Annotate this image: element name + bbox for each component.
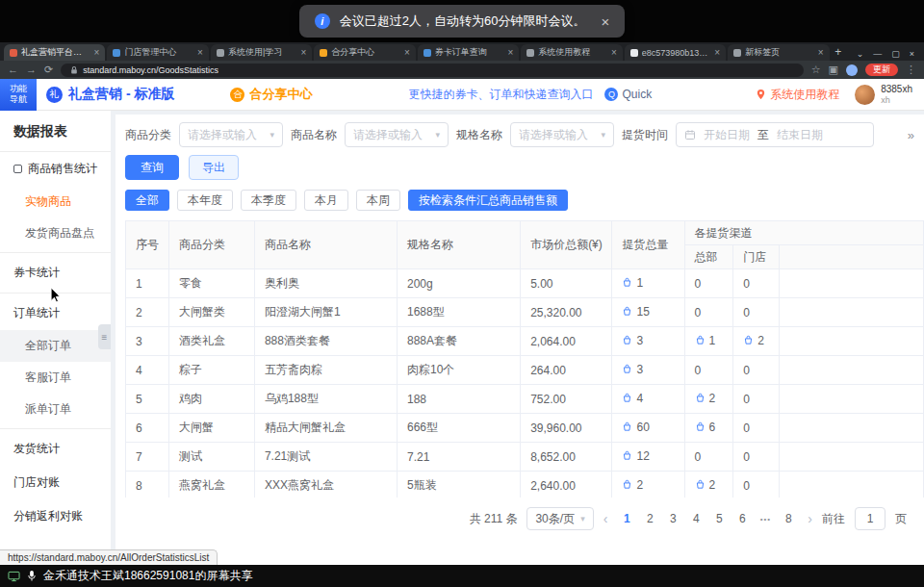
pagination-total: 共 211 条 — [470, 511, 518, 527]
tutorial-link[interactable]: 系统使用教程 — [756, 87, 839, 103]
sidebar-item-shipping-stats[interactable]: 发货统计 — [0, 432, 111, 466]
maximize-icon[interactable]: ▢ — [891, 49, 900, 59]
back-icon[interactable]: ← — [8, 64, 18, 75]
browser-tab[interactable]: 新标签页× — [728, 44, 829, 61]
sidebar-item-card-stats[interactable]: 券卡统计 — [0, 256, 111, 290]
filter-select-goods-name[interactable]: 请选择或输入▾ — [345, 122, 449, 147]
browser-tab[interactable]: 门店管理中心× — [107, 44, 208, 61]
date-separator: 至 — [757, 127, 769, 143]
export-button[interactable]: 导出 — [189, 155, 239, 180]
new-tab-button[interactable]: + — [830, 44, 847, 61]
browser-tab[interactable]: 券卡订单查询× — [418, 44, 519, 61]
cell-qty: 1 — [612, 269, 684, 298]
share-center-link[interactable]: 合 合分享中心 — [230, 86, 312, 103]
browser-tab[interactable]: 系统使用|学习× — [211, 44, 312, 61]
page-size-select[interactable]: 30条/页 ▾ — [526, 507, 593, 530]
page-number[interactable]: 3 — [663, 508, 682, 529]
sidebar-item-order-stats[interactable]: 订单统计 — [0, 296, 111, 330]
sidebar-item-service-orders[interactable]: 客服订单 — [0, 362, 111, 394]
sidebar-item-all-orders[interactable]: 全部订单 — [0, 330, 111, 362]
range-tab[interactable]: 本年度 — [177, 190, 233, 211]
tab-close-icon[interactable]: × — [507, 48, 513, 58]
sidebar-item-dispatch-orders[interactable]: 派单订单 — [0, 394, 111, 425]
page-number[interactable]: 5 — [709, 508, 729, 529]
tab-close-icon[interactable]: × — [818, 48, 824, 58]
browser-tab[interactable]: 系统使用教程× — [521, 44, 622, 61]
filter-select-spec-name[interactable]: 请选择或输入▾ — [510, 122, 614, 147]
table-row: 7测试7.21测试7.218,652.001200 — [126, 443, 924, 472]
column-header: 提货总量 — [612, 221, 684, 269]
close-window-icon[interactable]: × — [910, 49, 914, 59]
url-bar[interactable]: standard.maboy.cn/GoodsStatistics — [61, 64, 804, 77]
update-button[interactable]: 更新 — [865, 64, 898, 76]
range-tab[interactable]: 全部 — [125, 190, 169, 211]
minimize-icon[interactable]: — — [873, 49, 882, 59]
cell-no: 6 — [126, 414, 169, 443]
profile-avatar[interactable] — [846, 64, 858, 76]
next-page-icon[interactable]: › — [808, 511, 812, 526]
sidebar-item-shipment-goods-inventory[interactable]: 发货商品盘点 — [0, 217, 111, 249]
tab-title: 礼盒营销平台管理中心 — [21, 46, 90, 59]
sidebar-item-store-reconciliation[interactable]: 门店对账 — [0, 466, 111, 499]
search-button[interactable]: 查询 — [125, 155, 179, 180]
sidebar-item-distribution-rebate[interactable]: 分销返利对账 — [0, 499, 111, 533]
sidebar-menu: 商品销售统计实物商品发货商品盘点券卡统计订单统计全部订单客服订单派单订单发货统计… — [0, 152, 111, 533]
extensions-icon[interactable]: ▣ — [829, 64, 838, 75]
forward-icon[interactable]: → — [26, 64, 37, 75]
cell-qty: 15 — [612, 298, 684, 327]
tab-close-icon[interactable]: × — [404, 48, 410, 58]
screen-share-bar: 金禾通技术王斌18662591081的屏幕共享 — [0, 565, 924, 587]
goto-page-input[interactable]: 1 — [855, 507, 886, 530]
filter-select-goods-category[interactable]: 请选择或输入▾ — [179, 122, 283, 147]
content-panel: 商品分类请选择或输入▾商品名称请选择或输入▾规格名称请选择或输入▾提货时间开始日… — [116, 115, 924, 565]
pickup-count: 2 — [709, 478, 716, 492]
sidebar-item-goods-sales-stats[interactable]: 商品销售统计 — [0, 152, 111, 186]
quick-label: Quick — [622, 88, 652, 101]
tab-close-icon[interactable]: × — [714, 48, 720, 58]
function-nav-button[interactable]: 功能 导航 — [0, 79, 37, 111]
browser-tab[interactable]: e8c573980b1328a258fd2e6f× — [625, 44, 726, 61]
cell-no: 3 — [126, 327, 169, 356]
refresh-icon[interactable]: ⟳ — [44, 64, 53, 75]
range-tab[interactable]: 本季度 — [241, 190, 296, 211]
promo-link[interactable]: 更快捷的券卡、订单和快递查询入口 — [408, 87, 593, 103]
tab-menu-icon[interactable]: ⌄ — [857, 49, 864, 59]
page-number[interactable]: 2 — [640, 508, 659, 529]
cell-category: 大闸蟹 — [169, 414, 255, 443]
quick-link[interactable]: Q Quick — [604, 88, 652, 101]
prev-page-icon[interactable]: ‹ — [603, 511, 608, 526]
browser-tab[interactable]: 合分享中心× — [314, 44, 415, 61]
range-tab[interactable]: 本月 — [304, 190, 348, 211]
page-number[interactable]: 4 — [686, 508, 706, 529]
browser-tab[interactable]: 礼盒营销平台管理中心× — [4, 44, 105, 61]
cell-no: 8 — [126, 472, 169, 498]
date-end-placeholder: 结束日期 — [777, 127, 823, 143]
page-number[interactable]: 6 — [732, 508, 752, 529]
sidebar-item-physical-goods[interactable]: 实物商品 — [0, 186, 111, 217]
sidebar-collapse-toggle[interactable]: ≡ — [98, 324, 111, 349]
sidebar-item-label: 商品销售统计 — [28, 161, 97, 177]
range-tab[interactable]: 本周 — [356, 190, 400, 211]
cell-extra — [779, 385, 923, 414]
sidebar-item-label: 派单订单 — [25, 402, 71, 416]
browser-tabs: 礼盒营销平台管理中心×门店管理中心×系统使用|学习×合分享中心×券卡订单查询×系… — [4, 44, 830, 61]
date-range-picker[interactable]: 开始日期至结束日期 — [676, 122, 874, 147]
tab-title: e8c573980b1328a258fd2e6f — [642, 48, 711, 58]
page-number[interactable]: 8 — [779, 508, 798, 529]
kebab-menu-icon[interactable]: ⋮ — [906, 64, 916, 75]
tab-close-icon[interactable]: × — [611, 48, 617, 58]
cell-qty: 12 — [612, 443, 684, 472]
cell-spec: 200g — [397, 269, 520, 298]
bookmark-star-icon[interactable]: ☆ — [811, 64, 821, 75]
collapse-filters-icon[interactable]: » — [908, 128, 914, 142]
user-menu[interactable]: 8385xh xh — [855, 84, 912, 105]
stats-table: 序号商品分类商品名称规格名称市场价总额(¥)提货总量各提货渠道总部门店1零食奥利… — [125, 220, 924, 498]
close-icon[interactable]: × — [601, 14, 609, 29]
column-group-header: 各提货渠道 — [684, 221, 923, 245]
tab-close-icon[interactable]: × — [94, 48, 100, 58]
tab-close-icon[interactable]: × — [197, 48, 203, 58]
tab-close-icon[interactable]: × — [301, 48, 307, 58]
browser-address-bar: ← → ⟳ standard.maboy.cn/GoodsStatistics … — [0, 61, 924, 79]
page-number[interactable]: 1 — [617, 508, 636, 529]
range-tab[interactable]: 按检索条件汇总商品销售额 — [408, 190, 568, 211]
